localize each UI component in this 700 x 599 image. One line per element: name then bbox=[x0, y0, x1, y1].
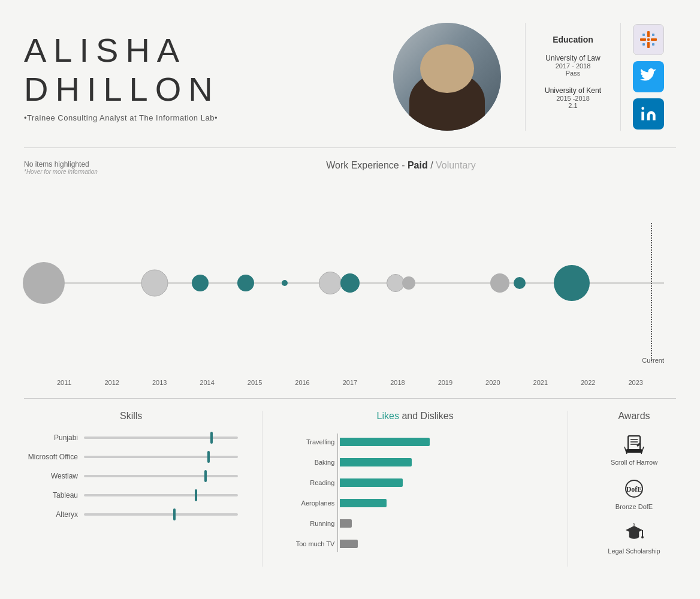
skill-msoffice: Microsoft Office bbox=[24, 453, 238, 461]
year-2023: 2023 bbox=[628, 379, 642, 386]
skill-bar-tableau bbox=[84, 494, 238, 496]
edu-name-2: University of Kent bbox=[544, 86, 602, 95]
bubble-2017a bbox=[319, 272, 342, 294]
skill-westlaw: Westlaw bbox=[24, 472, 238, 480]
year-labels: 2011 2012 2013 2014 2015 2016 2017 2018 … bbox=[24, 379, 676, 398]
year-2012: 2012 bbox=[104, 379, 119, 386]
likes-title: Likes and Dislikes bbox=[286, 411, 544, 422]
skill-marker-alteryx bbox=[173, 508, 176, 520]
award-scroll: Scroll of Harrow bbox=[592, 434, 676, 466]
voluntary-label: Voluntary bbox=[436, 160, 476, 170]
education-section: Education University of Law 2017 - 2018 … bbox=[525, 23, 621, 131]
subtitle: •Trainee Consulting Analyst at The Infor… bbox=[24, 113, 369, 122]
skill-bar-punjabi bbox=[84, 437, 238, 439]
svg-rect-7 bbox=[642, 43, 645, 46]
award-name-dofe: Bronze DofE bbox=[615, 503, 653, 510]
current-label: Current bbox=[642, 357, 664, 364]
skill-bar-alteryx bbox=[84, 513, 238, 516]
scroll-icon bbox=[623, 434, 645, 455]
likes-chart: Travelling Baking Reading Aeroplanes Run… bbox=[286, 434, 544, 552]
year-2020: 2020 bbox=[485, 379, 500, 386]
timeline: Current bbox=[24, 187, 676, 379]
work-title-text: Work Experience - bbox=[326, 160, 408, 170]
likes-label-aeroplanes: Aeroplanes bbox=[286, 499, 334, 507]
skill-tableau: Tableau bbox=[24, 491, 238, 499]
name-section: ALISHA DHILLON •Trainee Consulting Analy… bbox=[24, 31, 369, 122]
profile-photo bbox=[393, 23, 501, 131]
bubble-2018b bbox=[402, 276, 415, 290]
award-scholarship: $ Legal Scholarship bbox=[592, 522, 676, 555]
header: ALISHA DHILLON •Trainee Consulting Analy… bbox=[0, 0, 700, 148]
skills-title: Skills bbox=[24, 411, 238, 422]
skill-bar-msoffice bbox=[84, 456, 238, 458]
svg-rect-8 bbox=[652, 43, 654, 46]
last-name: DHILLON bbox=[24, 70, 369, 109]
likes-section: Likes and Dislikes Travelling Baking Rea… bbox=[274, 411, 556, 567]
likes-row-travelling: Travelling bbox=[337, 434, 544, 450]
likes-row-baking: Baking bbox=[337, 454, 544, 471]
likes-bar-travelling bbox=[340, 438, 430, 446]
likes-axis bbox=[337, 434, 338, 552]
svg-rect-13 bbox=[626, 449, 642, 453]
year-2018: 2018 bbox=[390, 379, 405, 386]
year-2016: 2016 bbox=[295, 379, 309, 386]
svg-rect-2 bbox=[640, 38, 646, 41]
year-2013: 2013 bbox=[152, 379, 167, 386]
likes-label-tv: Too much TV bbox=[286, 540, 334, 547]
svg-rect-4 bbox=[647, 38, 650, 41]
tableau-icon bbox=[639, 30, 658, 49]
edu-item-1: University of Law 2017 - 2018 Pass bbox=[544, 54, 602, 77]
no-items-section: No items highlighted *Hover for more inf… bbox=[24, 160, 114, 175]
awards-title: Awards bbox=[592, 411, 676, 422]
skill-marker-tableau bbox=[195, 489, 197, 501]
edu-grade-2: 2.1 bbox=[544, 102, 602, 109]
likes-rest: and Dislikes bbox=[399, 411, 454, 421]
skill-marker-punjabi bbox=[210, 432, 213, 444]
likes-label-baking: Baking bbox=[286, 459, 334, 466]
likes-label-running: Running bbox=[286, 520, 334, 527]
current-line bbox=[651, 223, 652, 361]
bubble-2013 bbox=[141, 270, 168, 297]
twitter-button[interactable] bbox=[633, 61, 664, 92]
linkedin-button[interactable] bbox=[633, 98, 664, 130]
bubble-2017b bbox=[340, 273, 360, 293]
tableau-button[interactable] bbox=[633, 24, 664, 55]
year-2014: 2014 bbox=[200, 379, 214, 386]
bubble-2021 bbox=[554, 265, 590, 301]
award-name-scholarship: Legal Scholarship bbox=[608, 547, 660, 555]
year-2015: 2015 bbox=[248, 379, 262, 386]
edu-years-2: 2015 -2018 bbox=[544, 95, 602, 102]
bubble-2011a bbox=[23, 262, 65, 304]
svg-point-21 bbox=[641, 536, 644, 538]
first-name: ALISHA bbox=[24, 31, 369, 70]
likes-row-tv: Too much TV bbox=[337, 535, 544, 552]
bubble-2015 bbox=[237, 275, 254, 291]
bubble-2016 bbox=[282, 280, 288, 286]
full-name: ALISHA DHILLON bbox=[24, 31, 369, 109]
skill-alteryx: Alteryx bbox=[24, 510, 238, 519]
year-2022: 2022 bbox=[581, 379, 595, 386]
linkedin-icon bbox=[640, 106, 657, 122]
likes-word: Likes bbox=[377, 411, 399, 421]
year-2019: 2019 bbox=[438, 379, 452, 386]
skill-name-punjabi: Punjabi bbox=[24, 434, 78, 442]
likes-row-reading: Reading bbox=[337, 474, 544, 491]
likes-row-running: Running bbox=[337, 515, 544, 532]
work-header: No items highlighted *Hover for more inf… bbox=[24, 160, 676, 175]
bubble-2014 bbox=[192, 275, 209, 291]
photo-section bbox=[393, 23, 501, 131]
svg-rect-6 bbox=[652, 34, 654, 36]
graduation-icon: $ bbox=[623, 522, 645, 544]
awards-section: Awards Scroll of Harrow DofE Bronze DofE bbox=[580, 411, 676, 567]
dislike-bar-running bbox=[340, 519, 352, 528]
edu-name-1: University of Law bbox=[544, 54, 602, 62]
skill-bar-westlaw bbox=[84, 475, 238, 477]
dislike-bar-tv bbox=[340, 540, 358, 548]
skill-marker-westlaw bbox=[204, 470, 207, 482]
skill-name-msoffice: Microsoft Office bbox=[24, 453, 78, 461]
skills-section: Skills Punjabi Microsoft Office Westlaw … bbox=[24, 411, 250, 567]
svg-text:DofE: DofE bbox=[626, 485, 642, 493]
svg-rect-5 bbox=[642, 34, 645, 36]
twitter-icon bbox=[640, 68, 657, 85]
likes-label-travelling: Travelling bbox=[286, 438, 334, 446]
